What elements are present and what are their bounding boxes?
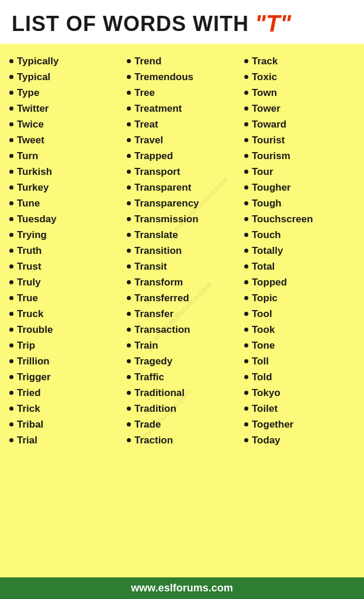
word-label: Transaction [134,324,190,336]
bullet-icon [127,249,131,253]
word-label: Tradition [134,403,176,415]
list-item: Topic [244,290,355,306]
bullet-icon [127,407,131,411]
word-label: Together [252,419,293,431]
word-label: Tremendous [134,71,193,83]
list-item: Trillion [9,353,120,369]
list-item: Turkey [9,180,120,195]
word-label: Turn [17,150,39,162]
list-item: Tokyo [244,385,355,401]
bullet-icon [127,154,131,158]
bullet-icon [127,59,131,63]
bullet-icon [127,343,131,347]
list-item: Tourist [244,132,355,148]
bullet-icon [127,422,131,426]
list-item: Trial [9,432,120,448]
word-label: Traffic [134,371,164,383]
list-item: Tool [244,306,355,322]
bullet-icon [127,106,131,111]
word-label: Tough [252,198,282,209]
word-label: Treat [134,119,158,130]
list-item: Transparent [127,180,237,195]
list-item: Type [9,85,120,101]
list-item: Transmission [127,211,237,227]
bullet-icon [9,328,13,332]
bullet-icon [9,138,13,142]
bullet-icon [9,359,13,363]
bullet-icon [127,122,131,126]
word-label: Type [17,87,39,99]
list-item: Transform [127,274,237,290]
bullet-icon [9,264,13,268]
column-2: TrendTremendousTreeTreatmentTreatTravelT… [123,53,241,448]
bullet-icon [9,201,13,205]
list-item: Traction [127,432,237,448]
bullet-icon [9,59,13,63]
list-item: Truck [9,306,120,322]
bullet-icon [127,391,131,395]
bullet-icon [9,249,13,253]
list-item: Tougher [244,180,355,195]
word-label: Totally [252,245,283,257]
footer: www.eslforums.com [0,577,364,599]
list-item: Trying [9,227,120,243]
bullet-icon [244,391,248,395]
word-label: Trip [17,340,35,352]
bullet-icon [9,91,13,95]
bullet-icon [127,170,131,174]
bullet-icon [244,217,248,221]
word-label: Trial [17,435,37,446]
word-label: Tweet [17,135,44,146]
list-item: Transaction [127,322,237,338]
bullet-icon [9,312,13,316]
bullet-icon [244,75,248,79]
word-label: Transport [134,166,180,178]
bullet-icon [9,75,13,79]
word-label: Transparent [134,182,191,194]
list-item: Tribal [9,416,120,432]
bullet-icon [127,438,131,442]
list-item: Travel [127,132,237,148]
word-label: Tribal [17,419,43,431]
bullet-icon [127,280,131,284]
bullet-icon [9,122,13,126]
list-item: Trade [127,416,237,432]
word-label: Tool [252,308,272,320]
word-label: Trick [17,403,40,415]
bullet-icon [244,264,248,268]
list-item: Typical [9,69,120,85]
bullet-icon [244,249,248,253]
bullet-icon [244,312,248,316]
list-item: Transparency [127,195,237,211]
list-item: Town [244,85,355,101]
list-item: Totally [244,243,355,259]
bullet-icon [244,154,248,158]
word-label: Turkish [17,166,52,178]
bullet-icon [127,359,131,363]
word-label: Truly [17,277,41,288]
bullet-icon [127,201,131,205]
word-label: Tourist [252,135,285,146]
list-item: Translate [127,227,237,243]
list-item: Tremendous [127,69,237,85]
word-label: Total [252,261,275,273]
word-label: Tune [17,198,40,209]
list-item: Trip [9,338,120,353]
list-item: Typically [9,53,120,69]
list-item: Track [244,53,355,69]
bullet-icon [127,138,131,142]
word-label: Truth [17,245,42,257]
word-label: Transparency [134,198,199,209]
word-label: Tone [252,340,275,352]
list-item: Told [244,369,355,385]
bullet-icon [244,185,248,190]
bullet-icon [127,312,131,316]
word-label: Told [252,371,272,383]
list-item: Tough [244,195,355,211]
header: LIST OF WORDS WITH "T" [0,0,364,44]
bullet-icon [9,296,13,300]
list-item: Tragedy [127,353,237,369]
list-item: Tune [9,195,120,211]
word-label: Touch [252,229,281,241]
bullet-icon [9,170,13,174]
